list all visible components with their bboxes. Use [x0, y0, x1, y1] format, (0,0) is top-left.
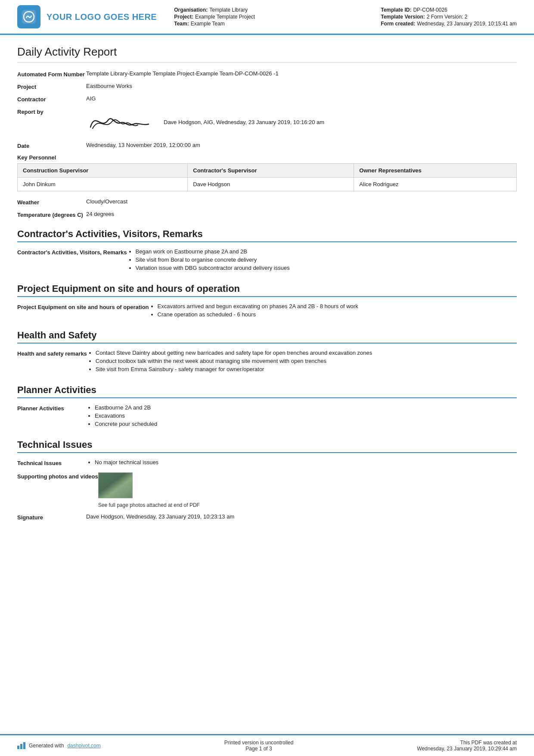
date-field-row: Date Wednesday, 13 November 2019, 12:00:…: [17, 142, 517, 149]
template-id-row: Template ID: DP-COM-0026: [381, 7, 517, 13]
footer-logo: [17, 742, 25, 749]
bar1: [17, 746, 19, 749]
project-equipment-value: Excavators arrived and begun excavating …: [149, 303, 517, 319]
dashpivot-link[interactable]: dashpivot.com: [67, 743, 100, 749]
contractors-activities-label: Contractor's Activities, Visitors, Remar…: [17, 248, 127, 256]
team-label: Team:: [174, 21, 189, 27]
signature-field-label: Signature: [17, 513, 86, 521]
logo-area: YOUR LOGO GOES HERE: [17, 5, 157, 28]
project-equipment-row: Project Equipment on site and hours of o…: [17, 303, 517, 319]
project-value: Example Template Project: [195, 14, 255, 20]
footer-left: Generated with dashpivot.com: [17, 742, 101, 749]
list-item: Variation issue with DBG subcontractor a…: [136, 265, 517, 271]
photos-row: Supporting photos and videos See full pa…: [17, 472, 517, 508]
photos-value: See full page photos attached at end of …: [98, 472, 517, 508]
col2-header: Contractor's Supervisor: [188, 164, 354, 178]
weather-field-label: Weather: [17, 198, 86, 206]
report-by-label: Report by: [17, 108, 86, 115]
project-equipment-label: Project Equipment on site and hours of o…: [17, 303, 149, 310]
page-text: Page 1 of 3: [224, 746, 294, 752]
footer: Generated with dashpivot.com Printed ver…: [0, 734, 534, 756]
technical-issues-heading: Technical Issues: [17, 439, 517, 453]
list-item: Began work on Eastbourne phase 2A and 2B: [136, 248, 517, 255]
team-value: Example Team: [191, 21, 225, 27]
header: YOUR LOGO GOES HERE Organisation: Templa…: [0, 0, 534, 35]
photo-caption: See full page photos attached at end of …: [98, 502, 517, 508]
org-label: Organisation:: [174, 7, 208, 13]
header-meta: Organisation: Template Library Project: …: [165, 5, 372, 28]
generated-text: Generated with: [29, 743, 64, 749]
signature-area: Dave Hodgson, AIG, Wednesday, 23 January…: [86, 108, 517, 137]
report-by-area: Dave Hodgson, AIG, Wednesday, 23 January…: [86, 108, 517, 137]
planner-activities-heading: Planner Activities: [17, 384, 517, 398]
signature-drawing: [86, 108, 155, 137]
content: Daily Activity Report Automated Form Num…: [0, 35, 534, 734]
list-item: Site visit from Boral to organise concre…: [136, 256, 517, 263]
contractor-field-row: Contractor AIG: [17, 95, 517, 103]
planner-activities-value: Eastbourne 2A and 2B Excavations Concret…: [86, 404, 517, 429]
technical-issues-label: Technical Issues: [17, 459, 86, 466]
photo-thumbnail: [98, 472, 133, 498]
report-by-value: Dave Hodgson, AIG, Wednesday, 23 January…: [164, 119, 324, 125]
pdf-created-label: This PDF was created at: [417, 740, 517, 746]
col1-header: Construction Supervisor: [18, 164, 188, 178]
form-created-value: Wednesday, 23 January 2019, 10:15:41 am: [417, 21, 517, 27]
technical-issues-value: No major technical issues: [86, 459, 517, 467]
page: YOUR LOGO GOES HERE Organisation: Templa…: [0, 0, 534, 756]
project-equipment-list: Excavators arrived and begun excavating …: [149, 303, 517, 318]
uncontrolled-text: Printed version is uncontrolled: [224, 740, 294, 746]
temperature-field-row: Temperature (degrees C) 24 degrees: [17, 211, 517, 218]
contractors-activities-row: Contractor's Activities, Visitors, Remar…: [17, 248, 517, 273]
contractors-activities-list: Began work on Eastbourne phase 2A and 2B…: [127, 248, 517, 271]
contractor-field-label: Contractor: [17, 95, 86, 103]
planner-activities-row: Planner Activities Eastbourne 2A and 2B …: [17, 404, 517, 429]
date-field-value: Wednesday, 13 November 2019, 12:00:00 am: [86, 142, 517, 148]
contractor-field-value: AIG: [86, 95, 517, 102]
project-equipment-heading: Project Equipment on site and hours of o…: [17, 283, 517, 297]
automated-form-value: Template Library-Example Template Projec…: [86, 70, 517, 77]
project-field-value: Eastbourne Works: [86, 83, 517, 89]
health-safety-heading: Health and Safety: [17, 330, 517, 344]
col3-header: Owner Representatives: [354, 164, 517, 178]
footer-center: Printed version is uncontrolled Page 1 o…: [224, 740, 294, 752]
list-item: Excavators arrived and begun excavating …: [158, 303, 517, 309]
key-personnel-label: Key Personnel: [17, 154, 517, 161]
col3-value: Alice Rodriguez: [354, 178, 517, 191]
photos-label: Supporting photos and videos: [17, 472, 98, 480]
template-id-value: DP-COM-0026: [413, 7, 447, 13]
planner-activities-label: Planner Activities: [17, 404, 86, 412]
list-item: Eastbourne 2A and 2B: [95, 404, 517, 411]
header-right: Template ID: DP-COM-0026 Template Versio…: [381, 5, 517, 28]
contractors-activities-value: Began work on Eastbourne phase 2A and 2B…: [127, 248, 517, 273]
bar3: [23, 742, 25, 749]
form-created-label: Form created:: [381, 21, 415, 27]
list-item: Conduct toolbox talk within the next wee…: [96, 358, 517, 364]
automated-form-row: Automated Form Number Template Library-E…: [17, 70, 517, 78]
list-item: Excavations: [95, 412, 517, 419]
project-label: Project:: [174, 14, 193, 20]
report-title: Daily Activity Report: [17, 45, 517, 62]
footer-right: This PDF was created at Wednesday, 23 Ja…: [417, 740, 517, 752]
template-version-label: Template Version:: [381, 14, 425, 20]
list-item: Site visit from Emma Sainsbury - safety …: [96, 366, 517, 372]
template-version-value: 2 Form Version: 2: [427, 14, 468, 20]
report-by-row: Report by Dave Hodgson, AIG, Wednesday, …: [17, 108, 517, 137]
team-row: Team: Example Team: [174, 21, 372, 27]
list-item: Concrete pour scheduled: [95, 421, 517, 427]
personnel-header-row: Construction Supervisor Contractor's Sup…: [18, 164, 517, 178]
signature-field-row: Signature Dave Hodgson, Wednesday, 23 Ja…: [17, 513, 517, 521]
form-created-row: Form created: Wednesday, 23 January 2019…: [381, 21, 517, 27]
list-item: Crane operation as scheduled - 6 hours: [158, 311, 517, 318]
bar2: [20, 744, 22, 749]
org-row: Organisation: Template Library: [174, 7, 372, 13]
health-safety-list: Contact Steve Daintry about getting new …: [87, 350, 517, 372]
template-id-label: Template ID:: [381, 7, 411, 13]
logo-icon: [17, 5, 40, 28]
project-field-row: Project Eastbourne Works: [17, 83, 517, 90]
org-value: Template Library: [209, 7, 248, 13]
date-field-label: Date: [17, 142, 86, 149]
health-safety-value: Contact Steve Daintry about getting new …: [87, 350, 517, 374]
temperature-field-value: 24 degrees: [86, 211, 517, 217]
project-field-label: Project: [17, 83, 86, 90]
pdf-created-value: Wednesday, 23 January 2019, 10:29:44 am: [417, 746, 517, 752]
